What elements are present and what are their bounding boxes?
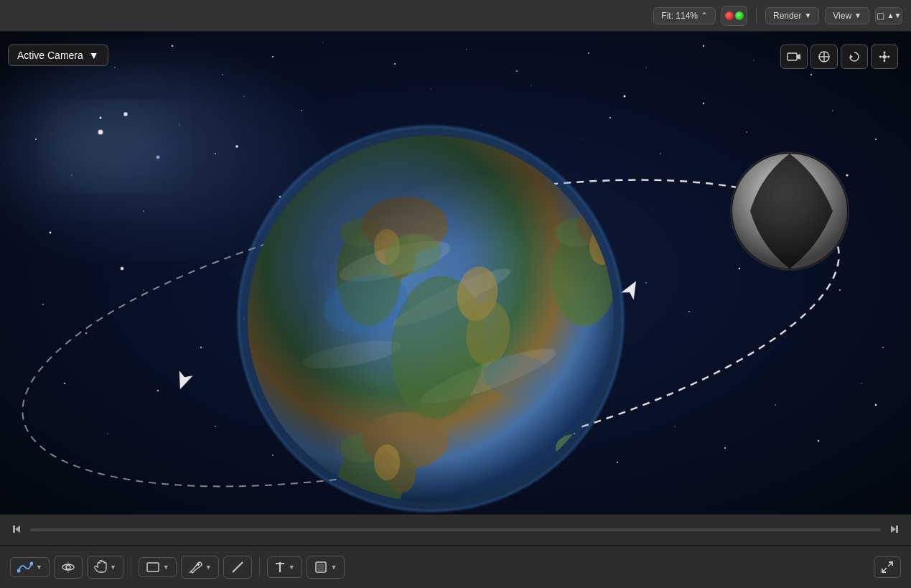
timeline-track[interactable] <box>30 528 881 531</box>
svg-point-15 <box>322 42 323 42</box>
svg-point-141 <box>197 563 200 566</box>
timeline-start-button[interactable] <box>9 520 24 541</box>
viewport: Active Camera ▼ <box>0 32 911 514</box>
hand-tool-button[interactable]: ▼ <box>87 556 123 579</box>
svg-point-64 <box>157 390 159 391</box>
timeline-start-icon <box>11 524 22 534</box>
svg-point-41 <box>42 304 44 305</box>
svg-point-111 <box>485 355 549 398</box>
render-button[interactable]: Render ▼ <box>765 7 819 24</box>
svg-point-83 <box>653 211 654 212</box>
expand-button[interactable] <box>874 556 901 578</box>
orbit-tool-icon <box>61 560 75 574</box>
color-swatch[interactable] <box>721 6 747 26</box>
viewport-controls <box>780 45 898 69</box>
camera-icon <box>787 51 801 62</box>
render-label: Render <box>773 11 801 21</box>
svg-point-55 <box>50 232 52 234</box>
scale-view-button[interactable] <box>871 45 898 69</box>
svg-point-36 <box>703 103 704 104</box>
svg-point-19 <box>588 52 589 54</box>
svg-point-126 <box>883 55 887 59</box>
svg-point-75 <box>481 125 482 126</box>
camera-view-button[interactable] <box>780 45 808 69</box>
svg-point-81 <box>553 161 553 162</box>
svg-point-31 <box>243 95 244 96</box>
svg-point-135 <box>17 569 21 573</box>
timeline-end-icon <box>889 524 900 534</box>
svg-marker-128 <box>883 60 886 62</box>
render-chevron-icon: ▼ <box>804 11 811 19</box>
zoom-control[interactable]: Fit: 114% ⌃ <box>653 7 716 24</box>
svg-point-51 <box>882 347 884 348</box>
svg-point-14 <box>272 56 274 57</box>
svg-point-53 <box>624 95 626 98</box>
svg-point-29 <box>179 124 179 125</box>
svg-point-136 <box>30 562 34 566</box>
shape-tool-icon <box>314 560 328 574</box>
svg-point-11 <box>114 67 115 67</box>
svg-point-77 <box>581 139 582 140</box>
camera-selector[interactable]: Active Camera ▼ <box>8 45 108 66</box>
rotate-view-button[interactable] <box>841 45 868 69</box>
svg-rect-134 <box>896 526 898 533</box>
svg-point-71 <box>775 404 776 406</box>
svg-marker-133 <box>891 526 896 533</box>
svg-point-37 <box>746 131 747 133</box>
svg-point-43 <box>143 289 144 290</box>
svg-point-18 <box>516 70 518 72</box>
svg-point-46 <box>645 282 647 284</box>
text-tool-button[interactable]: ▼ <box>267 556 302 578</box>
line-tool-icon <box>230 560 245 574</box>
svg-point-25 <box>35 139 37 140</box>
move-view-button[interactable] <box>810 45 838 69</box>
svg-point-66 <box>64 383 65 384</box>
svg-point-63 <box>215 426 216 427</box>
view-label: View <box>833 11 851 21</box>
camera-chevron-icon: ▼ <box>89 50 99 61</box>
svg-marker-123 <box>850 55 853 59</box>
curve-tool-icon <box>17 561 33 573</box>
svg-point-35 <box>660 153 660 154</box>
svg-point-48 <box>739 268 740 269</box>
separator-1 <box>131 558 131 577</box>
svg-line-149 <box>882 568 887 572</box>
svg-line-143 <box>233 562 243 572</box>
scene-svg <box>0 32 911 514</box>
bottom-toolbar: ▼ ▼ ▼ ▼ <box>0 546 911 588</box>
camera-label: Active Camera <box>17 50 83 61</box>
svg-point-26 <box>71 174 72 175</box>
svg-point-13 <box>222 74 223 75</box>
svg-point-44 <box>200 347 202 348</box>
svg-point-49 <box>789 325 790 326</box>
svg-point-74 <box>431 89 431 90</box>
svg-point-52 <box>235 145 238 148</box>
svg-point-17 <box>466 49 467 50</box>
layout-button[interactable]: ▢ ▲▼ <box>875 7 902 24</box>
svg-point-91 <box>121 267 123 270</box>
svg-point-54 <box>846 174 848 176</box>
expand-icon <box>881 561 894 574</box>
line-tool-button[interactable] <box>223 556 252 579</box>
svg-marker-132 <box>15 526 20 533</box>
timeline-end-button[interactable] <box>887 520 902 541</box>
svg-point-76 <box>531 85 531 85</box>
svg-point-39 <box>832 110 833 111</box>
svg-point-57 <box>875 404 877 406</box>
curve-tool-button[interactable]: ▼ <box>10 557 50 577</box>
svg-point-20 <box>645 67 646 67</box>
svg-point-33 <box>301 110 302 111</box>
shape-tool-button[interactable]: ▼ <box>307 556 345 579</box>
rect-tool-icon <box>146 561 160 573</box>
rect-chevron-icon: ▼ <box>163 564 169 571</box>
zoom-label: Fit: 114% <box>661 11 698 21</box>
svg-point-30 <box>215 153 216 154</box>
svg-rect-140 <box>147 563 159 571</box>
svg-point-23 <box>810 74 812 75</box>
orbit-tool-button[interactable] <box>54 556 83 579</box>
rect-tool-button[interactable]: ▼ <box>139 557 177 577</box>
zoom-chevron-icon: ⌃ <box>701 11 708 21</box>
svg-point-73 <box>861 383 861 383</box>
view-button[interactable]: View ▼ <box>825 7 869 24</box>
pen-tool-button[interactable]: ▼ <box>181 556 219 579</box>
